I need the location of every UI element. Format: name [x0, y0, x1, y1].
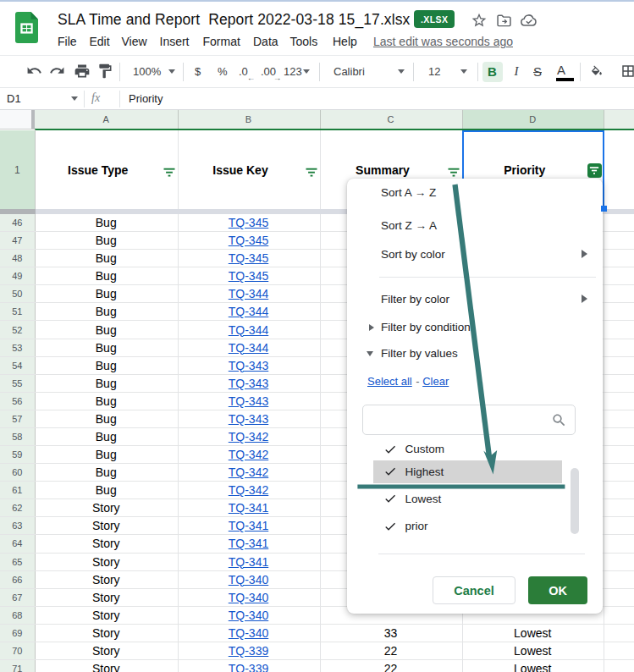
cell-empty[interactable] — [604, 625, 634, 642]
font-select[interactable]: Calibri — [334, 65, 365, 78]
issue-key-link[interactable]: TQ-341 — [229, 501, 268, 515]
cell-issue-key[interactable]: TQ-345 — [178, 267, 320, 284]
issue-key-link[interactable]: TQ-340 — [229, 609, 268, 622]
row-header-47[interactable]: 47 — [0, 232, 35, 249]
cell-issue-type[interactable]: Story — [35, 554, 178, 570]
filter-funnel-icon[interactable] — [448, 166, 460, 176]
issue-key-link[interactable]: TQ-343 — [229, 359, 268, 372]
cell-empty[interactable] — [604, 375, 634, 392]
filter-value-highest[interactable]: Highest — [373, 460, 562, 483]
cell-issue-type[interactable]: Bug — [35, 232, 178, 249]
format-percent-button[interactable]: % — [218, 65, 228, 78]
cell-empty[interactable] — [604, 214, 634, 231]
cell-empty[interactable] — [604, 285, 634, 302]
menu-help[interactable]: Help — [333, 34, 357, 49]
cell-empty[interactable] — [604, 410, 634, 427]
cell-empty[interactable] — [604, 321, 634, 338]
cell-issue-type[interactable]: Bug — [35, 393, 178, 410]
cell-issue-type[interactable]: Bug — [35, 303, 178, 320]
row-header-55[interactable]: 55 — [0, 375, 35, 392]
cell-priority[interactable]: Lowest — [462, 642, 604, 659]
name-box-caret-icon[interactable] — [71, 96, 78, 101]
cell-issue-key[interactable]: TQ-345 — [178, 214, 320, 231]
row-header-63[interactable]: 63 — [0, 517, 35, 534]
ok-button[interactable]: OK — [528, 576, 587, 604]
cell-empty[interactable] — [604, 393, 634, 410]
text-color-button[interactable]: A — [557, 63, 565, 77]
cell-issue-type[interactable]: Bug — [35, 375, 178, 392]
issue-key-link[interactable]: TQ-345 — [229, 269, 268, 283]
issue-key-link[interactable]: TQ-344 — [229, 341, 268, 355]
filter-value-lowest[interactable]: Lowest — [347, 487, 603, 510]
cancel-button[interactable]: Cancel — [433, 576, 515, 604]
cell-issue-key[interactable]: TQ-344 — [178, 339, 320, 356]
cell-empty[interactable] — [604, 554, 634, 570]
menu-item-sort-by-color[interactable]: Sort by color — [381, 247, 445, 262]
cell-empty[interactable] — [604, 660, 634, 672]
issue-key-link[interactable]: TQ-340 — [229, 591, 268, 604]
row-header-54[interactable]: 54 — [0, 357, 35, 374]
cell-issue-key[interactable]: TQ-340 — [178, 571, 320, 588]
menu-tools[interactable]: Tools — [290, 34, 318, 49]
row-header-53[interactable]: 53 — [0, 339, 35, 356]
filter-funnel-icon[interactable] — [306, 166, 317, 176]
cell-issue-type[interactable]: Story — [35, 535, 178, 552]
cell-issue-type[interactable]: Story — [35, 660, 178, 672]
more-formats-button[interactable]: 123 — [284, 65, 302, 78]
cell-issue-type[interactable]: Bug — [35, 339, 178, 356]
cell-issue-type[interactable]: Bug — [35, 482, 178, 498]
column-header-D[interactable]: D — [462, 110, 604, 129]
issue-key-link[interactable]: TQ-339 — [229, 662, 268, 672]
issue-key-link[interactable]: TQ-342 — [229, 483, 268, 497]
issue-key-link[interactable]: TQ-344 — [229, 323, 268, 337]
row-header-61[interactable]: 61 — [0, 482, 35, 498]
list-scrollbar[interactable] — [571, 468, 579, 534]
cell-summary[interactable]: 22 — [320, 642, 462, 659]
expanded-triangle-icon[interactable] — [367, 351, 373, 356]
cell-issue-key[interactable]: TQ-345 — [178, 250, 320, 267]
cell-issue-type[interactable]: Bug — [35, 267, 178, 284]
issue-key-link[interactable]: TQ-342 — [229, 430, 268, 443]
cell-empty[interactable] — [604, 446, 634, 463]
row-header-67[interactable]: 67 — [0, 589, 35, 606]
issue-key-link[interactable]: TQ-341 — [229, 555, 268, 569]
menu-edit[interactable]: Edit — [90, 34, 110, 49]
column-header-C[interactable]: C — [320, 110, 462, 129]
selection-fill-handle[interactable] — [601, 206, 607, 212]
last-edit-status[interactable]: Last edit was seconds ago — [373, 35, 513, 48]
column-header-e[interactable] — [604, 110, 634, 129]
print-button[interactable] — [74, 63, 91, 80]
row-header-64[interactable]: 64 — [0, 535, 35, 552]
document-title[interactable]: SLA Time and Report Report 2022-03-18 15… — [58, 11, 410, 29]
issue-key-link[interactable]: TQ-344 — [229, 305, 268, 318]
format-currency-button[interactable]: $ — [195, 65, 201, 78]
menu-item-sort-za[interactable]: Sort Z → A — [381, 218, 437, 234]
header-cell-issue-key[interactable]: Issue Key — [178, 130, 320, 210]
name-box[interactable]: D1 — [7, 92, 21, 105]
cell-empty[interactable] — [604, 232, 634, 249]
cell-issue-key[interactable]: TQ-340 — [178, 589, 320, 606]
menu-view[interactable]: View — [122, 34, 147, 49]
cell-empty[interactable] — [604, 499, 634, 516]
cell-issue-key[interactable]: TQ-339 — [178, 660, 320, 672]
row-header-46[interactable]: 46 — [0, 214, 35, 231]
cell-issue-key[interactable]: TQ-340 — [178, 625, 320, 642]
cell-issue-type[interactable]: Bug — [35, 410, 178, 427]
row-header-69[interactable]: 69 — [0, 625, 35, 642]
row-header-60[interactable]: 60 — [0, 464, 35, 481]
select-all-link[interactable]: Select all — [367, 375, 412, 388]
cell-empty[interactable] — [604, 303, 634, 320]
row-header-65[interactable]: 65 — [0, 554, 35, 570]
cell-issue-type[interactable]: Story — [35, 571, 178, 588]
cell-summary[interactable]: 33 — [320, 625, 462, 642]
row-header-57[interactable]: 57 — [0, 410, 35, 427]
filter-value-prior[interactable]: prior — [347, 515, 603, 537]
filter-funnel-active-icon[interactable] — [587, 163, 603, 179]
cell-empty[interactable] — [604, 517, 634, 534]
cell-empty[interactable] — [604, 357, 634, 374]
cell-issue-type[interactable]: Bug — [35, 285, 178, 302]
cell-issue-type[interactable]: Story — [35, 642, 178, 659]
cell-issue-key[interactable]: TQ-341 — [178, 499, 320, 516]
frozen-row-separator[interactable] — [0, 209, 36, 214]
zoom-select[interactable]: 100% — [133, 65, 161, 78]
